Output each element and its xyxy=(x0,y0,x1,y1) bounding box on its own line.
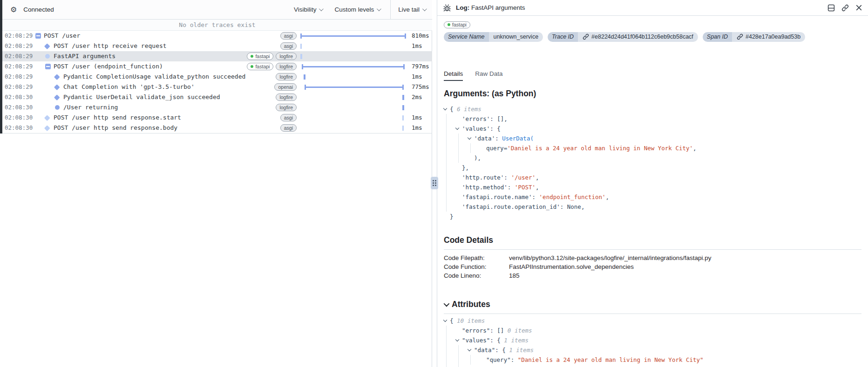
duration-track xyxy=(300,123,408,133)
tree-token-pn: [] xyxy=(497,326,504,335)
trace-row[interactable]: 02:08:30POST /user http send response.bo… xyxy=(0,123,432,133)
tree-token-pn: } xyxy=(450,212,454,221)
trace-row[interactable]: 02:08:30/User returninglogfire xyxy=(0,102,432,113)
span-metadata-badges: Service Name unknown_service Trace ID #e… xyxy=(444,32,861,53)
trace-row[interactable]: 02:08:29Chat Completion with 'gpt-3.5-tu… xyxy=(0,82,432,92)
logfire-live-view: ⚙ Connected Visibility Custom levels Liv… xyxy=(0,0,868,367)
link-icon[interactable] xyxy=(583,33,589,40)
visibility-label: Visibility xyxy=(294,6,317,13)
collapse-chevron-icon[interactable] xyxy=(444,104,450,114)
collapse-minus-icon[interactable] xyxy=(35,33,41,39)
duration-bar xyxy=(302,66,405,67)
bug-icon xyxy=(443,4,451,12)
trace-row[interactable]: 02:08:29FastAPI argumentsfastapilogfire xyxy=(0,51,432,61)
panel-layout-icon[interactable] xyxy=(827,4,835,12)
live-tail-dropdown[interactable]: Live tail xyxy=(390,0,432,20)
trace-timestamp: 02:08:30 xyxy=(5,113,33,123)
tree-token-pn: : { xyxy=(490,124,501,133)
close-icon[interactable] xyxy=(855,4,862,11)
duration-bar xyxy=(300,44,302,49)
span-tags: fastapi xyxy=(444,20,861,28)
tree-token-pn: : xyxy=(560,202,567,212)
span-detail-panel: Log: FastAPI arguments fastapi xyxy=(437,0,868,367)
trace-row[interactable]: 02:08:30Pydantic UserDetail validate_jso… xyxy=(0,92,432,102)
tree-line: }, xyxy=(444,163,861,173)
collapse-chevron-icon[interactable] xyxy=(444,300,450,307)
tab-details[interactable]: Details xyxy=(444,70,463,81)
collapse-chevron-icon[interactable] xyxy=(456,124,462,133)
collapse-chevron-icon[interactable] xyxy=(456,335,462,345)
gear-icon[interactable]: ⚙ xyxy=(10,5,17,14)
chevron-down-icon xyxy=(319,7,324,11)
indent-guide xyxy=(446,114,456,124)
tree-token-str: 'Daniel is a 24 year old man living in N… xyxy=(507,143,693,153)
indent-guide xyxy=(446,133,456,143)
trace-timestamp: 02:08:30 xyxy=(5,102,33,113)
tree-line: query='Daniel is a 24 year old man livin… xyxy=(444,143,861,153)
tree-token-key: 'fastapi.route.name' xyxy=(462,192,532,202)
collapse-chevron-icon[interactable] xyxy=(444,316,450,326)
tree-token-key: 'data' xyxy=(474,133,495,143)
tree-line: 'fastapi.route.operation_id': None, xyxy=(444,202,861,212)
custom-levels-label: Custom levels xyxy=(334,6,374,13)
collapse-chevron-icon[interactable] xyxy=(468,345,474,355)
panel-resize-handle[interactable] xyxy=(431,177,438,189)
trace-row[interactable]: 02:08:30POST /user http send response.st… xyxy=(0,113,432,123)
indent-guide xyxy=(458,345,468,355)
log-kind-label: Log: xyxy=(456,4,469,11)
trace-timestamp: 02:08:30 xyxy=(5,123,33,133)
tree-token-pn: : xyxy=(508,182,515,192)
tree-token-pn: ), xyxy=(474,153,481,163)
collapse-minus-icon[interactable] xyxy=(45,64,51,69)
indent-guide xyxy=(446,326,456,335)
asgi-tag: asgi xyxy=(280,114,297,121)
code-function-row: Code Function: FastAPIInstrumentation.so… xyxy=(444,262,861,271)
link-icon[interactable] xyxy=(841,4,849,12)
duration-track xyxy=(300,102,408,113)
duration-track xyxy=(300,61,408,72)
badge-label: Span ID xyxy=(703,32,732,42)
chevron-down-icon xyxy=(377,7,381,11)
service-name-badge: Service Name unknown_service xyxy=(444,32,543,42)
duration-bar xyxy=(300,35,406,37)
code-filepath-row: Code Filepath: venv/lib/python3.12/site-… xyxy=(444,254,861,262)
trace-row[interactable]: 02:08:29POST /userasgi810ms xyxy=(0,31,432,41)
duration-bar xyxy=(402,115,404,120)
trace-row[interactable]: 02:08:29POST /user http receive requesta… xyxy=(0,41,432,51)
trace-label: POST /user http receive request xyxy=(54,41,167,51)
tree-token-meta: 10 items xyxy=(454,316,485,326)
log-circle-icon xyxy=(55,105,60,110)
indent-guide xyxy=(458,133,468,143)
tree-line: } xyxy=(444,365,861,367)
trace-label: FastAPI arguments xyxy=(54,51,115,61)
logfire-tag: logfire xyxy=(276,63,297,70)
visibility-dropdown[interactable]: Visibility xyxy=(294,6,323,13)
trace-row[interactable]: 02:08:29POST /user (endpoint_function)fa… xyxy=(0,61,432,72)
indent-guide xyxy=(446,355,456,365)
green-dot-icon xyxy=(448,23,450,26)
tree-token-key: query= xyxy=(486,143,507,153)
tree-line: "values": { 1 items xyxy=(444,335,861,345)
trace-label: Chat Completion with 'gpt-3.5-turbo' xyxy=(63,82,195,92)
traces-toolbar: ⚙ Connected Visibility Custom levels Liv… xyxy=(0,0,432,20)
span-id-value: #428e17a0ea9ad53b xyxy=(746,33,800,40)
green-dot-icon xyxy=(251,65,253,68)
trace-tags: logfire xyxy=(276,102,297,113)
tree-token-key: 'http.method' xyxy=(462,182,508,192)
asgi-tag: asgi xyxy=(280,42,297,50)
span-diamond-icon xyxy=(54,74,60,80)
detail-header: Log: FastAPI arguments xyxy=(437,0,868,16)
collapse-chevron-icon[interactable] xyxy=(468,133,474,143)
custom-levels-dropdown[interactable]: Custom levels xyxy=(334,6,380,13)
tree-token-pn: : xyxy=(511,355,518,365)
duration-value: 775ms xyxy=(412,82,429,92)
link-icon[interactable] xyxy=(737,33,743,40)
tree-line: "data": { 1 items xyxy=(444,345,861,355)
badge-value: #428e17a0ea9ad53b xyxy=(732,32,805,42)
tab-raw-data[interactable]: Raw Data xyxy=(475,70,502,81)
code-lineno-row: Code Lineno: 185 xyxy=(444,271,861,280)
tree-token-pn: : { xyxy=(490,335,504,345)
trace-row[interactable]: 02:08:29Pydantic CompletionUsage validat… xyxy=(0,72,432,82)
fastapi-tag: fastapi xyxy=(444,21,470,28)
tree-token-blue: UserData( xyxy=(502,133,534,143)
